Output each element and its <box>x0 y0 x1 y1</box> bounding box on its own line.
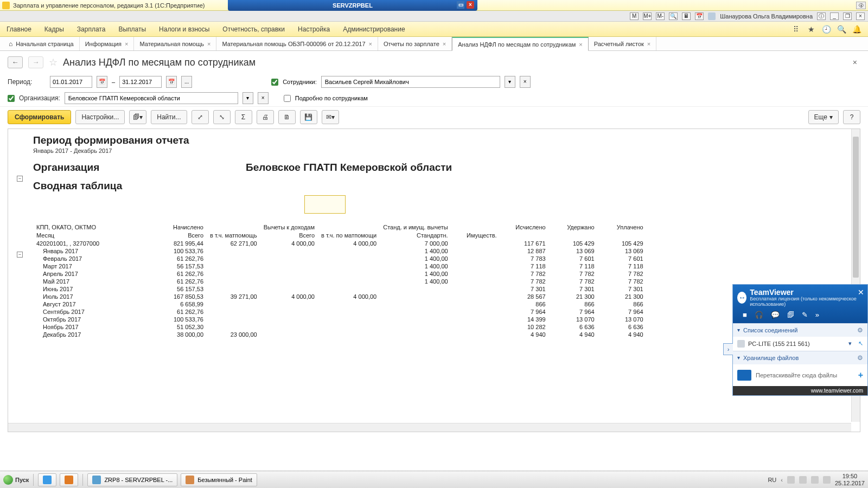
employees-clear-icon[interactable]: × <box>520 76 531 88</box>
tray-icon[interactable] <box>811 476 819 484</box>
window-restore[interactable]: ❐ <box>843 12 852 20</box>
tv-peer-row[interactable]: PC-LITE (155 211 561) ▾ ↖ <box>733 337 867 351</box>
tv-collapse-button[interactable]: › <box>723 343 733 355</box>
preview-button[interactable]: 🗎 <box>278 110 296 124</box>
tv-connections-section[interactable]: ▾ Список соединений ⚙ <box>733 323 867 337</box>
tab-salary-reports[interactable]: Отчеты по зарплате× <box>378 37 452 50</box>
employees-checkbox[interactable] <box>271 79 278 86</box>
window-minimize[interactable]: _ <box>830 12 839 20</box>
scrollbar-thumb[interactable] <box>853 137 859 278</box>
form-button[interactable]: Сформировать <box>8 110 71 124</box>
find-button[interactable]: Найти... <box>151 110 187 124</box>
sum-button[interactable]: Σ <box>235 110 252 124</box>
menu-taxes[interactable]: Налоги и взносы <box>159 25 209 33</box>
settings-button[interactable]: Настройки... <box>75 110 125 124</box>
date-to-input[interactable] <box>119 76 162 88</box>
gear-icon[interactable]: ⚙ <box>857 326 863 334</box>
org-combo[interactable]: Беловское ГПАТП Кемеровской области <box>65 92 238 104</box>
period-picker-button[interactable]: ... <box>181 76 192 88</box>
help-button[interactable]: ? <box>843 110 860 124</box>
variants-button[interactable]: 🗐▾ <box>129 110 146 124</box>
search-icon[interactable]: 🔍 <box>837 24 846 34</box>
nav-forward-button[interactable]: → <box>28 56 43 68</box>
tab-mathelp[interactable]: Материальная помощь× <box>134 37 216 50</box>
tray-icon[interactable] <box>787 476 795 484</box>
history-icon[interactable]: 🕘 <box>821 24 831 34</box>
more-button[interactable]: Еще ▾ <box>808 110 839 124</box>
tab-close-icon[interactable]: × <box>207 41 210 47</box>
menu-admin[interactable]: Администрирование <box>343 25 405 33</box>
selected-cell[interactable] <box>304 195 346 214</box>
org-checkbox[interactable] <box>8 95 15 102</box>
window-close[interactable]: × <box>856 12 865 20</box>
menu-main[interactable]: Главное <box>7 25 31 33</box>
tab-mathelp-doc[interactable]: Материальная помощь ОБЗП-000096 от 20.12… <box>216 37 378 50</box>
collapse-button[interactable]: ⤡ <box>213 110 231 124</box>
date-to-calendar-icon[interactable]: 📅 <box>166 76 177 88</box>
outline-collapse-icon[interactable]: − <box>17 252 23 258</box>
taskbar-firefox[interactable] <box>60 473 78 486</box>
menu-staff[interactable]: Кадры <box>44 25 64 33</box>
menu-reports[interactable]: Отчетность, справки <box>222 25 285 33</box>
tv-whiteboard-icon[interactable]: ✎ <box>802 311 808 319</box>
email-button[interactable]: ✉▾ <box>322 110 339 124</box>
tab-ndfl-analysis[interactable]: Анализ НДФЛ по месяцам по сотрудникам× <box>452 37 589 51</box>
tab-close-icon[interactable]: × <box>443 41 446 47</box>
tab-close-icon[interactable]: × <box>125 41 128 47</box>
calc-icon[interactable]: 🖩 <box>682 12 691 20</box>
print-button[interactable]: 🖨 <box>257 110 274 124</box>
page-close-icon[interactable]: × <box>853 58 860 67</box>
employees-dropdown-icon[interactable]: ▾ <box>505 76 515 88</box>
tab-info[interactable]: Информация× <box>80 37 135 50</box>
tv-footer-link[interactable]: www.teamviewer.com <box>733 386 867 395</box>
tv-video-icon[interactable]: ■ <box>743 311 747 319</box>
tab-close-icon[interactable]: × <box>647 41 650 47</box>
taskbar-item-1c[interactable]: ZRP8 - SERVZRPBEL -... <box>87 473 177 486</box>
menu-salary[interactable]: Зарплата <box>77 25 106 33</box>
tray-volume-icon[interactable] <box>823 476 831 484</box>
menu-payments[interactable]: Выплаты <box>118 25 146 33</box>
mem-mminus-button[interactable]: M- <box>656 12 665 20</box>
calendar-icon[interactable]: 📅 <box>695 12 704 20</box>
tray-icon[interactable] <box>799 476 807 484</box>
tv-audio-icon[interactable]: 🎧 <box>755 311 763 319</box>
tab-close-icon[interactable]: × <box>579 41 582 48</box>
tv-files-section[interactable]: ▾ Хранилище файлов ⚙ <box>733 351 867 364</box>
zoom-in-icon[interactable]: 🔍 <box>669 12 678 20</box>
tv-drop-zone[interactable]: Перетаскивайте сюда файлы + <box>733 364 867 386</box>
gear-icon[interactable]: ⚙ <box>857 354 863 362</box>
outline-collapse-icon[interactable]: − <box>17 176 23 182</box>
lang-indicator[interactable]: RU <box>768 477 776 483</box>
nav-back-button[interactable]: ← <box>8 56 23 68</box>
tv-close-icon[interactable]: ✕ <box>858 288 864 297</box>
taskbar-item-paint[interactable]: Безымянный - Paint <box>181 473 257 486</box>
start-button[interactable]: Пуск <box>3 475 29 485</box>
detail-checkbox[interactable] <box>284 95 291 102</box>
org-dropdown-icon[interactable]: ▾ <box>242 92 253 104</box>
plus-icon[interactable]: + <box>858 370 863 380</box>
mem-mplus-button[interactable]: M+ <box>643 12 652 20</box>
tab-payslip[interactable]: Расчетный листок× <box>589 37 657 50</box>
date-from-input[interactable] <box>50 76 92 88</box>
org-clear-icon[interactable]: × <box>258 92 269 104</box>
favorite-toggle-icon[interactable]: ☆ <box>49 56 58 68</box>
tv-files-icon[interactable]: 🗐 <box>787 311 794 319</box>
chevron-down-icon[interactable]: ▾ <box>848 340 852 347</box>
cursor-icon[interactable]: ↖ <box>858 340 863 347</box>
mem-m-button[interactable]: M <box>630 12 639 20</box>
menu-settings[interactable]: Настройка <box>298 25 330 33</box>
expand-button[interactable]: ⤢ <box>192 110 209 124</box>
bell-icon[interactable]: 🔔 <box>852 24 861 34</box>
tv-strip-minimize[interactable]: ▭ <box>457 1 464 9</box>
tv-strip-close[interactable]: × <box>467 1 474 9</box>
help-button[interactable]: 🛈 <box>856 2 866 9</box>
date-from-calendar-icon[interactable]: 📅 <box>97 76 107 88</box>
favorite-star-icon[interactable]: ★ <box>806 24 816 34</box>
save-button[interactable]: 💾 <box>300 110 317 124</box>
taskbar-ie[interactable] <box>38 473 56 486</box>
tab-close-icon[interactable]: × <box>369 41 372 47</box>
info-icon[interactable]: ⓘ <box>817 12 826 20</box>
apps-grid-icon[interactable]: ⠿ <box>791 24 801 34</box>
tv-chat-icon[interactable]: 💬 <box>771 311 780 319</box>
tray-chevron-icon[interactable]: ‹ <box>781 477 783 483</box>
